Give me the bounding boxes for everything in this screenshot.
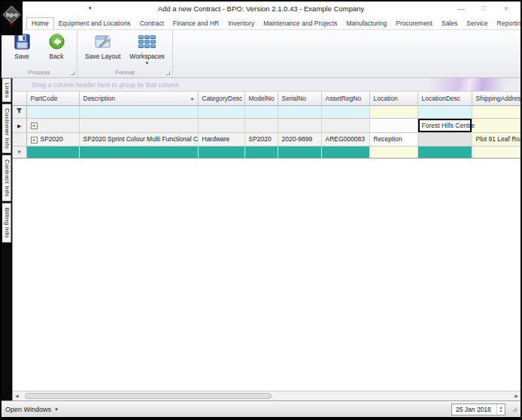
ribbon: Save Back Process [2,30,520,78]
group-cell-description[interactable] [79,118,198,132]
row-header-cell [13,132,26,146]
new-cell-shippingaddress[interactable] [472,146,521,158]
title-bar: bpo ▾ Add a new Contract - BPO: Version … [2,2,520,17]
column-header-description[interactable]: Description ▲ [79,92,198,105]
ribbon-group-label-process: Process [2,67,77,77]
workspaces-dropdown-icon[interactable]: ▼ [145,61,150,65]
group-cell-shippingaddress[interactable] [472,118,521,132]
tab-finance-and-hr[interactable]: Finance and HR [168,18,223,29]
new-row-indicator: * [13,146,26,158]
tab-procurement[interactable]: Procurement [391,18,437,29]
app-window: bpo ▾ Add a new Contract - BPO: Version … [0,0,522,420]
group-dialog-launcher-icon[interactable] [71,71,74,75]
scrollbar-thumb[interactable] [25,393,272,399]
open-windows-dropdown[interactable]: Open Windows ▼ [5,406,59,413]
spin-down-icon[interactable]: ▼ [499,409,503,413]
tab-sales[interactable]: Sales [437,18,462,29]
date-spinner[interactable]: ▲ ▼ [496,404,505,415]
tab-manufacturing[interactable]: Manufacturing [341,18,391,29]
locationdesc-edit-input[interactable]: Forest Hills Centre [418,119,472,132]
expand-plus-icon[interactable] [31,137,38,144]
column-header-modelno[interactable]: ModelNo [244,92,278,105]
cell-locationdesc[interactable] [417,132,472,146]
save-button[interactable]: Save [9,32,35,60]
group-by-panel[interactable]: Drag a column header here to group by th… [13,78,520,92]
new-cell-location[interactable] [369,146,417,158]
tab-equipment-and-locations[interactable]: Equipment and Locations [54,18,135,29]
expand-plus-icon[interactable] [31,122,38,129]
column-header-assetregno[interactable]: AssetRegNo [321,92,369,105]
sidebar-tab-contract-info[interactable]: Contract Info [2,155,11,201]
cell-description[interactable]: SP2020 Sprint Colour Multi Functional Co… [79,132,198,146]
group-cell-location[interactable] [369,118,417,132]
tab-service[interactable]: Service [462,18,492,29]
save-layout-button[interactable]: Save Layout [85,32,120,60]
cell-partcode[interactable]: SP2020 [26,132,79,146]
filter-cell-categorydesc[interactable] [198,105,244,118]
tab-home[interactable]: Home [26,17,54,29]
horizontal-scrollbar[interactable]: ◀ ▶ [13,391,520,400]
row-header-stub [13,92,26,105]
sidebar-tab-links[interactable]: Links [2,78,11,102]
filter-cell-description[interactable] [79,105,198,118]
tab-reporting[interactable]: Reporting [493,18,522,29]
filter-cell-modelno[interactable] [244,105,278,118]
column-header-shippingaddress[interactable]: ShippingAddress [472,92,521,105]
date-value[interactable]: 25 Jan 2018 [452,404,496,415]
column-header-serialno[interactable]: SerialNo [278,92,321,105]
new-cell-assetregno[interactable] [321,146,369,158]
filter-cell-assetregno[interactable] [321,105,369,118]
cell-serialno[interactable]: 2020-9899 [278,132,321,146]
new-row-icon: * [18,150,21,157]
group-cell-assetregno[interactable] [321,118,369,132]
cell-location[interactable]: Reception [369,132,417,146]
scroll-right-icon[interactable]: ▶ [514,393,518,400]
grid-header-row: PartCode Description ▲ CategoryDesc Mode… [13,92,521,105]
new-cell-partcode[interactable] [26,146,79,158]
grid-empty-area [13,159,520,391]
back-arrow-icon [47,32,66,51]
group-cell-categorydesc[interactable] [198,118,244,132]
ribbon-group-format: Save Layout Workspaces ▼ Format [77,30,173,77]
new-cell-locationdesc[interactable] [417,146,472,158]
filter-cell-serialno[interactable] [278,105,321,118]
new-cell-serialno[interactable] [278,146,321,158]
group-cell-serialno[interactable] [278,118,321,132]
column-header-locationdesc[interactable]: LocationDesc [417,92,472,105]
column-header-partcode[interactable]: PartCode [26,92,79,105]
tab-contract[interactable]: Contract [135,18,168,29]
sidebar-tab-customer-info[interactable]: Customer Info [2,104,11,153]
group-cell-partcode[interactable] [26,118,79,132]
new-cell-description[interactable] [79,146,198,158]
new-cell-categorydesc[interactable] [198,146,244,158]
tab-maintenance-and-projects[interactable]: Maintenance and Projects [259,18,341,29]
scroll-left-icon[interactable]: ◀ [15,393,19,400]
column-header-location[interactable]: Location [369,92,417,105]
filter-cell-shippingaddress[interactable] [472,105,521,118]
close-button[interactable]: × [495,3,517,14]
workspaces-grid-icon [138,32,156,51]
sidebar-tab-billing-info[interactable]: Billing Info [2,203,11,243]
workspaces-button[interactable]: Workspaces ▼ [129,32,165,65]
maximize-button[interactable]: □ [472,3,495,14]
cell-assetregno[interactable]: AREG000083 [321,132,369,146]
filter-row-indicator [13,105,26,118]
filter-cell-partcode[interactable] [26,105,79,118]
cell-modelno[interactable]: SP2020 [244,132,278,146]
back-button[interactable]: Back [44,32,69,60]
ribbon-group-process: Save Back Process [2,30,77,77]
column-header-categorydesc[interactable]: CategoryDesc [198,92,244,105]
resize-grip-icon[interactable]: ◢ [508,406,517,412]
filter-cell-location[interactable] [369,105,417,118]
cell-categorydesc[interactable]: Hardware [198,132,244,146]
cell-shippingaddress[interactable]: Plot 91 Leaf Road [472,132,521,146]
group-dialog-launcher-icon[interactable] [166,71,170,75]
date-editor[interactable]: 25 Jan 2018 ▲ ▼ [451,403,505,415]
filter-cell-locationdesc[interactable] [417,105,472,118]
new-cell-modelno[interactable] [244,146,278,158]
minimize-button[interactable]: — [450,3,472,14]
main-area: Links Customer Info Contract Info Billin… [2,78,520,400]
group-cell-modelno[interactable] [244,118,278,132]
side-tab-strip: Links Customer Info Contract Info Billin… [2,78,12,400]
tab-inventory[interactable]: Inventory [223,18,259,29]
